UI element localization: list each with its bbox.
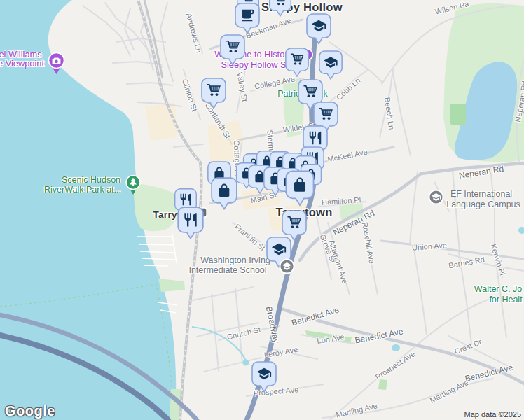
marker-cap[interactable] bbox=[250, 360, 278, 394]
marker-coffee[interactable] bbox=[233, 2, 261, 36]
map-markers-layer bbox=[0, 0, 524, 420]
marker-tree-pin[interactable] bbox=[125, 174, 142, 195]
marker-cap[interactable] bbox=[305, 13, 333, 46]
marker-bag[interactable] bbox=[284, 169, 316, 208]
map-attribution: Map data ©2025 bbox=[464, 410, 522, 419]
marker-fork[interactable] bbox=[176, 206, 205, 241]
marker-school-circle[interactable] bbox=[279, 258, 295, 274]
marker-photo-pin[interactable] bbox=[47, 52, 66, 75]
marker-cart[interactable] bbox=[219, 34, 247, 67]
marker-bag[interactable] bbox=[209, 176, 239, 211]
marker-cart[interactable] bbox=[284, 47, 310, 79]
camera-icon bbox=[55, 59, 58, 63]
marker-ef-circle[interactable] bbox=[428, 189, 444, 205]
map-viewport[interactable]: Sleepy HollowTarrytownTarrytownAndrews L… bbox=[0, 0, 524, 420]
marker-cart[interactable] bbox=[268, 0, 293, 19]
marker-cap[interactable] bbox=[317, 50, 344, 82]
google-logo[interactable]: Google bbox=[5, 403, 55, 419]
marker-cart[interactable] bbox=[200, 77, 228, 111]
